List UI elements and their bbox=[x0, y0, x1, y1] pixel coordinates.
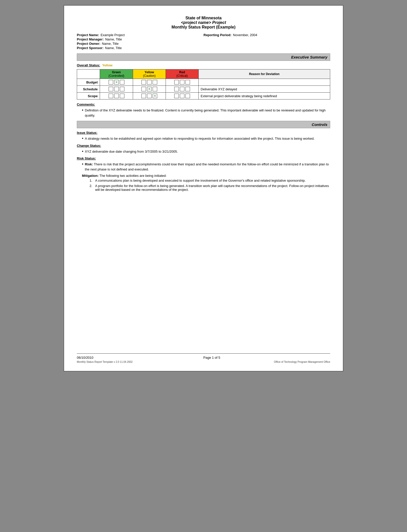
title-line2: <project name> Project bbox=[77, 20, 330, 25]
change-status-subsection: Change Status: • XYZ deliverable due dat… bbox=[77, 144, 330, 154]
controls-label: Controls bbox=[312, 122, 327, 127]
comments-list: • Definition of the XYZ deliverable need… bbox=[82, 108, 330, 118]
comments-label: Comments: bbox=[77, 103, 95, 106]
budget-red-1 bbox=[174, 80, 179, 84]
title-line3: Monthly Status Report (Example) bbox=[77, 25, 330, 30]
scope-green-1 bbox=[109, 94, 113, 98]
project-sponsor-label: Project Sponsor: bbox=[77, 46, 104, 50]
project-owner-value: Name, Title bbox=[102, 42, 119, 46]
overall-status-line: Overall Status: Yellow bbox=[77, 63, 330, 67]
project-name-label: Project Name: bbox=[77, 33, 99, 37]
th-yellow: Yellow(Caution) bbox=[133, 69, 166, 79]
scope-yellow-1 bbox=[141, 94, 146, 98]
table-row-budget: Budget bbox=[77, 79, 330, 86]
mitigation-list: 1. A communications plan is being develo… bbox=[90, 179, 330, 192]
budget-green-1 bbox=[109, 80, 113, 84]
bullet-dot-1: • bbox=[82, 108, 83, 118]
schedule-red-3 bbox=[185, 87, 190, 91]
footer-page: Page 1 of 5 bbox=[203, 356, 220, 360]
budget-green-3 bbox=[120, 80, 124, 84]
mitigation-section: Mitigation: The following two activities… bbox=[82, 174, 330, 192]
meta-project-name: Project Name: Example Project bbox=[77, 33, 204, 37]
risk-text-content: There is risk that the project accomplis… bbox=[85, 162, 329, 171]
row-label-scope: Scope bbox=[77, 93, 100, 99]
scope-red-cells bbox=[166, 93, 198, 99]
budget-reason bbox=[198, 79, 330, 86]
issue-list: • A strategy needs to be established and… bbox=[82, 136, 330, 141]
meta-project-owner: Project Owner: Name, Title bbox=[77, 42, 204, 46]
comment-item-1: • Definition of the XYZ deliverable need… bbox=[82, 108, 330, 118]
budget-green-2 bbox=[114, 80, 119, 84]
status-table: Green(Controlled) Yellow(Caution) Red(Cr… bbox=[77, 69, 330, 99]
executive-summary-bar: Executive Summary bbox=[77, 53, 330, 61]
comment-text-1: Definition of the XYZ deliverable needs … bbox=[85, 108, 330, 118]
meta-project-sponsor: Project Sponsor: Name, Title bbox=[77, 46, 204, 50]
row-label-budget: Budget bbox=[77, 79, 100, 86]
mitigation-item-1: 1. A communications plan is being develo… bbox=[90, 179, 330, 182]
executive-summary-label: Executive Summary bbox=[291, 55, 327, 59]
change-bullet-1: • bbox=[82, 149, 83, 154]
schedule-green-3 bbox=[120, 87, 124, 91]
reporting-period-label: Reporting Period: bbox=[204, 33, 231, 37]
controls-section: Issue Status: • A strategy needs to be e… bbox=[77, 131, 330, 192]
schedule-green-1 bbox=[109, 87, 113, 91]
reporting-period-value: November, 2004 bbox=[233, 33, 257, 37]
project-manager-value: Name, Title bbox=[105, 37, 122, 41]
project-manager-label: Project Manager: bbox=[77, 37, 104, 41]
budget-red-cells bbox=[166, 79, 198, 86]
issue-bullet-1: • bbox=[82, 136, 83, 141]
change-text-1: XYZ deliverable due date changing from 3… bbox=[85, 149, 330, 154]
mitigation-intro: The following two activities are being i… bbox=[99, 174, 167, 178]
scope-red-1 bbox=[174, 94, 179, 98]
footer-template-info: Monthly Status Report Template v 2.0 11.… bbox=[77, 361, 133, 363]
table-row-schedule: Schedule bbox=[77, 86, 330, 93]
issue-status-label: Issue Status: bbox=[77, 131, 97, 135]
issue-text-1: A strategy needs to be established and a… bbox=[85, 136, 330, 141]
risk-status-subsection: Risk Status: • Risk: There is risk that … bbox=[77, 156, 330, 192]
mitigation-item-2: 2. A program portfolio for the follow-on… bbox=[90, 184, 330, 192]
mitigation-num-2: 2. bbox=[90, 184, 94, 192]
budget-yellow-1 bbox=[141, 80, 146, 84]
scope-green-2 bbox=[114, 94, 119, 98]
risk-text-1: Risk: There is risk that the project acc… bbox=[85, 162, 330, 172]
th-reason: Reason for Deviation bbox=[198, 69, 330, 79]
th-red: Red(Critical) bbox=[166, 69, 198, 79]
project-owner-label: Project Owner: bbox=[77, 42, 100, 46]
meta-empty2 bbox=[204, 42, 330, 46]
change-item-1: • XYZ deliverable due date changing from… bbox=[82, 149, 330, 154]
schedule-yellow-2 bbox=[147, 87, 152, 91]
controls-bar: Controls bbox=[77, 121, 330, 128]
overall-status-value: Yellow bbox=[102, 63, 112, 67]
footer-main: 06/10/2010 Page 1 of 5 bbox=[77, 356, 330, 360]
scope-yellow-cells bbox=[133, 93, 166, 99]
scope-red-2 bbox=[180, 94, 184, 98]
scope-green-3 bbox=[120, 94, 124, 98]
comments-section: Comments: • Definition of the XYZ delive… bbox=[77, 103, 330, 118]
mitigation-text-2: A program portfolio for the follow-on ef… bbox=[95, 184, 330, 192]
budget-red-3 bbox=[185, 80, 190, 84]
footer-date: 06/10/2010 bbox=[77, 356, 93, 360]
schedule-green-cells bbox=[100, 86, 133, 93]
mitigation-bold: Mitigation: bbox=[82, 174, 99, 178]
table-row-scope: Scope bbox=[77, 93, 330, 99]
scope-yellow-2 bbox=[147, 94, 152, 98]
issue-status-subsection: Issue Status: • A strategy needs to be e… bbox=[77, 131, 330, 141]
scope-green-cells bbox=[100, 93, 133, 99]
schedule-red-1 bbox=[174, 87, 179, 91]
meta-section: Project Name: Example Project Reporting … bbox=[77, 33, 330, 50]
risk-item-1: • Risk: There is risk that the project a… bbox=[82, 162, 330, 172]
document-page: State of Minnesota <project name> Projec… bbox=[64, 5, 343, 371]
budget-red-2 bbox=[180, 80, 184, 84]
meta-empty bbox=[204, 37, 330, 41]
budget-yellow-cells bbox=[133, 79, 166, 86]
schedule-yellow-1 bbox=[141, 87, 146, 91]
schedule-red-cells bbox=[166, 86, 198, 93]
scope-reason: External project deliverable strategy be… bbox=[198, 93, 330, 99]
risk-list: • Risk: There is risk that the project a… bbox=[82, 162, 330, 172]
budget-green-cells bbox=[100, 79, 133, 86]
project-name-value: Example Project bbox=[100, 33, 125, 37]
schedule-green-2 bbox=[114, 87, 119, 91]
meta-project-manager: Project Manager: Name, Title bbox=[77, 37, 204, 41]
th-green: Green(Controlled) bbox=[100, 69, 133, 79]
overall-status-label: Overall Status: bbox=[77, 63, 100, 67]
